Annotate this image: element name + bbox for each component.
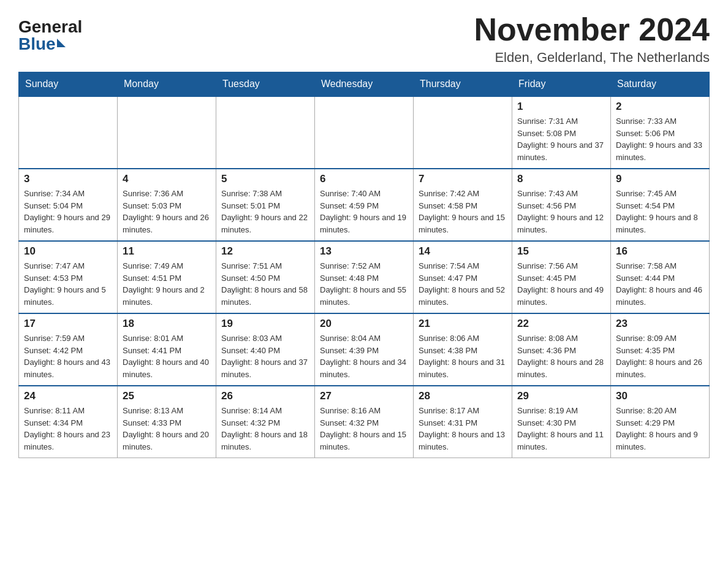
calendar-header-row: SundayMondayTuesdayWednesdayThursdayFrid… [19,72,710,97]
calendar-cell: 11Sunrise: 7:49 AM Sunset: 4:51 PM Dayli… [118,241,216,313]
day-number: 20 [320,318,408,330]
calendar-week-row: 1Sunrise: 7:31 AM Sunset: 5:08 PM Daylig… [19,96,710,169]
day-number: 3 [24,173,112,185]
day-info: Sunrise: 7:51 AM Sunset: 4:50 PM Dayligh… [221,260,309,308]
calendar-cell [19,96,118,169]
calendar-cell: 23Sunrise: 8:09 AM Sunset: 4:35 PM Dayli… [611,313,710,386]
calendar-cell: 30Sunrise: 8:20 AM Sunset: 4:29 PM Dayli… [611,386,710,458]
calendar-cell: 10Sunrise: 7:47 AM Sunset: 4:53 PM Dayli… [19,241,118,313]
day-number: 11 [123,245,211,258]
day-of-week-header: Sunday [19,72,118,97]
day-info: Sunrise: 8:06 AM Sunset: 4:38 PM Dayligh… [419,332,507,380]
day-number: 13 [320,245,408,258]
month-title: November 2024 [474,12,710,47]
day-number: 28 [419,390,507,402]
day-number: 18 [123,318,211,330]
day-info: Sunrise: 7:47 AM Sunset: 4:53 PM Dayligh… [24,260,112,308]
day-of-week-header: Tuesday [216,72,315,97]
day-info: Sunrise: 7:31 AM Sunset: 5:08 PM Dayligh… [517,115,605,163]
day-info: Sunrise: 8:04 AM Sunset: 4:39 PM Dayligh… [320,332,408,380]
calendar-week-row: 17Sunrise: 7:59 AM Sunset: 4:42 PM Dayli… [19,313,710,386]
day-number: 23 [616,318,704,330]
calendar-week-row: 24Sunrise: 8:11 AM Sunset: 4:34 PM Dayli… [19,386,710,458]
day-of-week-header: Saturday [611,72,710,97]
calendar-cell: 16Sunrise: 7:58 AM Sunset: 4:44 PM Dayli… [611,241,710,313]
day-info: Sunrise: 8:16 AM Sunset: 4:32 PM Dayligh… [320,405,408,453]
day-number: 7 [419,173,507,185]
calendar-cell: 29Sunrise: 8:19 AM Sunset: 4:30 PM Dayli… [512,386,611,458]
day-number: 14 [419,245,507,258]
day-of-week-header: Thursday [414,72,512,97]
calendar-cell: 3Sunrise: 7:34 AM Sunset: 5:04 PM Daylig… [19,169,118,241]
day-info: Sunrise: 7:59 AM Sunset: 4:42 PM Dayligh… [24,332,112,380]
day-number: 17 [24,318,112,330]
day-info: Sunrise: 7:36 AM Sunset: 5:03 PM Dayligh… [123,188,211,236]
calendar-cell: 26Sunrise: 8:14 AM Sunset: 4:32 PM Dayli… [216,386,315,458]
day-info: Sunrise: 8:03 AM Sunset: 4:40 PM Dayligh… [221,332,309,380]
calendar-cell [414,96,512,169]
calendar-cell: 18Sunrise: 8:01 AM Sunset: 4:41 PM Dayli… [118,313,216,386]
calendar-cell: 5Sunrise: 7:38 AM Sunset: 5:01 PM Daylig… [216,169,315,241]
day-of-week-header: Wednesday [315,72,414,97]
day-number: 12 [221,245,309,258]
location-title: Elden, Gelderland, The Netherlands [474,50,710,66]
day-number: 8 [517,173,605,185]
day-info: Sunrise: 7:42 AM Sunset: 4:58 PM Dayligh… [419,188,507,236]
day-info: Sunrise: 8:19 AM Sunset: 4:30 PM Dayligh… [517,405,605,453]
day-info: Sunrise: 8:08 AM Sunset: 4:36 PM Dayligh… [517,332,605,380]
day-info: Sunrise: 7:43 AM Sunset: 4:56 PM Dayligh… [517,188,605,236]
day-number: 26 [221,390,309,402]
calendar-cell: 7Sunrise: 7:42 AM Sunset: 4:58 PM Daylig… [414,169,512,241]
calendar-cell: 4Sunrise: 7:36 AM Sunset: 5:03 PM Daylig… [118,169,216,241]
calendar-cell: 8Sunrise: 7:43 AM Sunset: 4:56 PM Daylig… [512,169,611,241]
day-info: Sunrise: 8:14 AM Sunset: 4:32 PM Dayligh… [221,405,309,453]
day-number: 2 [616,101,704,113]
day-of-week-header: Friday [512,72,611,97]
calendar-cell: 12Sunrise: 7:51 AM Sunset: 4:50 PM Dayli… [216,241,315,313]
day-number: 22 [517,318,605,330]
day-info: Sunrise: 8:20 AM Sunset: 4:29 PM Dayligh… [616,405,704,453]
day-info: Sunrise: 8:13 AM Sunset: 4:33 PM Dayligh… [123,405,211,453]
calendar-cell: 14Sunrise: 7:54 AM Sunset: 4:47 PM Dayli… [414,241,512,313]
calendar-cell: 28Sunrise: 8:17 AM Sunset: 4:31 PM Dayli… [414,386,512,458]
day-info: Sunrise: 7:40 AM Sunset: 4:59 PM Dayligh… [320,188,408,236]
day-info: Sunrise: 7:49 AM Sunset: 4:51 PM Dayligh… [123,260,211,308]
day-info: Sunrise: 7:58 AM Sunset: 4:44 PM Dayligh… [616,260,704,308]
calendar-week-row: 10Sunrise: 7:47 AM Sunset: 4:53 PM Dayli… [19,241,710,313]
calendar-cell: 24Sunrise: 8:11 AM Sunset: 4:34 PM Dayli… [19,386,118,458]
title-area: November 2024 Elden, Gelderland, The Net… [474,12,710,66]
calendar-cell: 22Sunrise: 8:08 AM Sunset: 4:36 PM Dayli… [512,313,611,386]
day-info: Sunrise: 7:38 AM Sunset: 5:01 PM Dayligh… [221,188,309,236]
page-header: General Blue November 2024 Elden, Gelder… [18,12,710,66]
logo-general-text: General [18,18,82,36]
calendar-week-row: 3Sunrise: 7:34 AM Sunset: 5:04 PM Daylig… [19,169,710,241]
day-info: Sunrise: 8:11 AM Sunset: 4:34 PM Dayligh… [24,405,112,453]
calendar-cell: 1Sunrise: 7:31 AM Sunset: 5:08 PM Daylig… [512,96,611,169]
day-info: Sunrise: 8:09 AM Sunset: 4:35 PM Dayligh… [616,332,704,380]
calendar-cell: 25Sunrise: 8:13 AM Sunset: 4:33 PM Dayli… [118,386,216,458]
logo-arrow-icon [57,39,66,47]
day-number: 27 [320,390,408,402]
day-info: Sunrise: 8:01 AM Sunset: 4:41 PM Dayligh… [123,332,211,380]
day-number: 19 [221,318,309,330]
calendar-cell: 9Sunrise: 7:45 AM Sunset: 4:54 PM Daylig… [611,169,710,241]
calendar-cell: 6Sunrise: 7:40 AM Sunset: 4:59 PM Daylig… [315,169,414,241]
calendar-cell [216,96,315,169]
day-number: 4 [123,173,211,185]
calendar-cell: 19Sunrise: 8:03 AM Sunset: 4:40 PM Dayli… [216,313,315,386]
day-number: 15 [517,245,605,258]
day-info: Sunrise: 7:45 AM Sunset: 4:54 PM Dayligh… [616,188,704,236]
day-number: 9 [616,173,704,185]
day-info: Sunrise: 7:34 AM Sunset: 5:04 PM Dayligh… [24,188,112,236]
day-info: Sunrise: 8:17 AM Sunset: 4:31 PM Dayligh… [419,405,507,453]
day-number: 30 [616,390,704,402]
day-number: 24 [24,390,112,402]
day-number: 29 [517,390,605,402]
day-info: Sunrise: 7:33 AM Sunset: 5:06 PM Dayligh… [616,115,704,163]
calendar-cell: 15Sunrise: 7:56 AM Sunset: 4:45 PM Dayli… [512,241,611,313]
logo: General Blue [18,12,82,53]
calendar-cell: 17Sunrise: 7:59 AM Sunset: 4:42 PM Dayli… [19,313,118,386]
day-number: 25 [123,390,211,402]
day-number: 16 [616,245,704,258]
calendar-cell: 21Sunrise: 8:06 AM Sunset: 4:38 PM Dayli… [414,313,512,386]
